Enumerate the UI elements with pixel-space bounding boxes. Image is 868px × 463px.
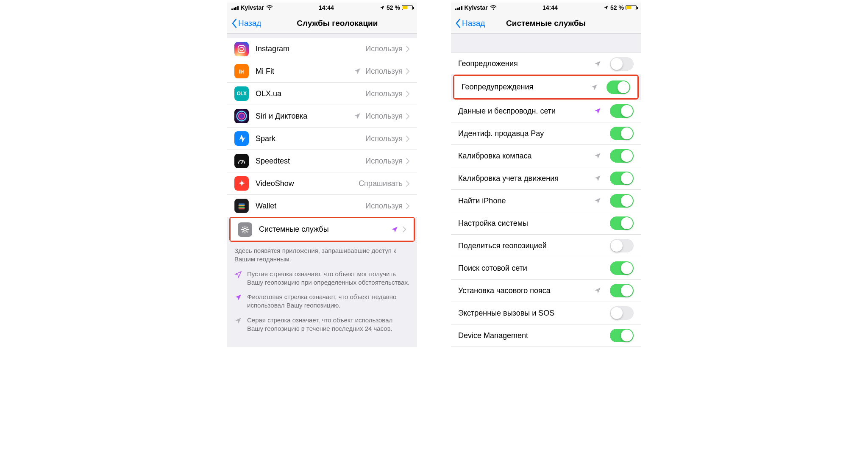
toggle-switch[interactable] xyxy=(610,329,634,342)
service-row[interactable]: Найти iPhone xyxy=(451,190,641,212)
service-name: Поиск сотовой сети xyxy=(458,264,606,273)
app-name: Wallet xyxy=(256,202,365,211)
location-arrow-icon xyxy=(594,107,601,115)
service-name: Найти iPhone xyxy=(458,197,594,205)
service-name: Device Management xyxy=(458,331,606,340)
footer-legend: Здесь появятся приложения, запрашивавшие… xyxy=(227,242,417,339)
service-row[interactable]: Поиск сотовой сети xyxy=(451,257,641,280)
back-button[interactable]: Назад xyxy=(455,19,485,28)
svg-point-4 xyxy=(239,113,245,119)
service-name: Поделиться геопозицией xyxy=(458,241,606,250)
service-row[interactable]: Экстренные вызовы и SOS xyxy=(451,302,641,324)
service-name: Калибровка учета движения xyxy=(458,174,594,183)
service-name: Установка часового пояса xyxy=(458,286,594,295)
app-row-siri[interactable]: Siri и Диктовка Используя xyxy=(227,105,417,128)
highlight-system-services: Системные службы xyxy=(229,217,415,242)
legend-text: Серая стрелка означает, что объект испол… xyxy=(247,316,410,333)
toggle-switch[interactable] xyxy=(610,306,634,320)
app-row-videoshow[interactable]: ✦ VideoShow Cпрашивать xyxy=(227,172,417,195)
toggle-switch[interactable] xyxy=(610,216,634,230)
system-services-list: Геопредложения Геопредупреждения Данные … xyxy=(451,53,641,347)
svg-rect-7 xyxy=(239,205,245,206)
app-status: Используя xyxy=(365,44,403,53)
location-arrow-icon xyxy=(594,287,601,294)
page-title: Службы геолокации xyxy=(297,19,378,28)
app-row-wallet[interactable]: Wallet Используя xyxy=(227,195,417,217)
app-name: Siri и Диктовка xyxy=(256,112,353,121)
legend-text: Пустая стрелка означает, что объект мог … xyxy=(247,270,410,287)
toggle-switch[interactable] xyxy=(606,80,630,94)
battery-percent: 52 % xyxy=(610,4,624,11)
back-button[interactable]: Назад xyxy=(231,19,261,28)
app-name: Spark xyxy=(256,134,365,143)
app-row-spark[interactable]: Spark Используя xyxy=(227,128,417,150)
app-status: Используя xyxy=(365,67,403,76)
svg-point-10 xyxy=(244,228,246,230)
service-row[interactable]: Настройка системы xyxy=(451,212,641,235)
carrier-label: Kyivstar xyxy=(241,4,264,11)
toggle-switch[interactable] xyxy=(610,261,634,275)
service-row[interactable]: Геопредупреждения xyxy=(454,76,637,98)
svg-rect-6 xyxy=(239,204,245,205)
app-status: Используя xyxy=(365,134,403,143)
location-arrow-icon xyxy=(594,197,601,205)
location-active-icon xyxy=(380,5,385,10)
app-status: Используя xyxy=(365,202,403,211)
location-arrow-icon xyxy=(353,67,361,75)
legend-item: Серая стрелка означает, что объект испол… xyxy=(234,316,410,333)
service-name: Идентиф. продавца Pay xyxy=(458,129,606,138)
footer-intro: Здесь появятся приложения, запрашивавшие… xyxy=(234,247,410,264)
system-services-row[interactable]: Системные службы xyxy=(231,218,414,241)
screen-system-services: Kyivstar 14:44 52 % Назад Системные служ… xyxy=(451,3,641,347)
toggle-switch[interactable] xyxy=(610,127,634,140)
service-name: Экстренные вызовы и SOS xyxy=(458,309,606,318)
service-row[interactable]: Геопредложения xyxy=(451,53,641,75)
app-name: Instagram xyxy=(256,44,365,53)
legend-item: Пустая стрелка означает, что объект мог … xyxy=(234,270,410,287)
toggle-switch[interactable] xyxy=(610,149,634,163)
service-row[interactable]: Данные и беспроводн. сети xyxy=(451,100,641,122)
battery-fill xyxy=(403,6,407,9)
svg-point-1 xyxy=(240,47,243,50)
wifi-icon xyxy=(266,5,273,10)
chevron-right-icon xyxy=(406,203,410,209)
speedtest-icon xyxy=(234,154,249,168)
service-row[interactable]: Калибровка учета движения xyxy=(451,167,641,190)
service-row[interactable]: Поделиться геопозицией xyxy=(451,235,641,257)
chevron-right-icon xyxy=(406,68,410,75)
svg-rect-9 xyxy=(239,208,245,210)
status-time: 14:44 xyxy=(319,4,334,11)
signal-icon xyxy=(231,5,239,10)
toggle-switch[interactable] xyxy=(610,172,634,185)
app-row-instagram[interactable]: Instagram Используя xyxy=(227,38,417,60)
service-row[interactable]: Device Management xyxy=(451,324,641,347)
app-status: Используя xyxy=(365,112,403,121)
battery-icon xyxy=(626,5,637,10)
svg-line-5 xyxy=(242,161,243,164)
location-arrow-icon xyxy=(234,294,242,310)
status-bar: Kyivstar 14:44 52 % xyxy=(451,3,641,13)
legend-text: Фиолетовая стрелка означает, что объект … xyxy=(247,293,410,310)
app-row-mifit[interactable]: Mi Fit Используя xyxy=(227,60,417,83)
app-name: Speedtest xyxy=(256,157,365,166)
app-row-speedtest[interactable]: Speedtest Используя xyxy=(227,150,417,172)
toggle-switch[interactable] xyxy=(610,104,634,118)
service-row[interactable]: Калибровка компаса xyxy=(451,145,641,167)
toggle-switch[interactable] xyxy=(610,57,634,71)
olx-icon: OLX xyxy=(234,86,249,101)
service-name: Настройка системы xyxy=(458,219,606,228)
service-name: Геопредложения xyxy=(458,59,594,68)
nav-header: Назад Системные службы xyxy=(451,13,641,34)
wallet-icon xyxy=(234,199,249,213)
screen-location-services: Kyivstar 14:44 52 % Назад Службы геолока… xyxy=(227,3,417,347)
app-row-olx[interactable]: OLX OLX.ua Используя xyxy=(227,83,417,105)
location-arrow-icon xyxy=(594,175,601,182)
mifit-icon xyxy=(234,64,249,78)
toggle-switch[interactable] xyxy=(610,239,634,252)
toggle-switch[interactable] xyxy=(610,284,634,297)
service-row[interactable]: Идентиф. продавца Pay xyxy=(451,122,641,145)
service-row[interactable]: Установка часового пояса xyxy=(451,280,641,302)
chevron-right-icon xyxy=(406,91,410,97)
toggle-switch[interactable] xyxy=(610,194,634,208)
instagram-icon xyxy=(234,42,249,56)
